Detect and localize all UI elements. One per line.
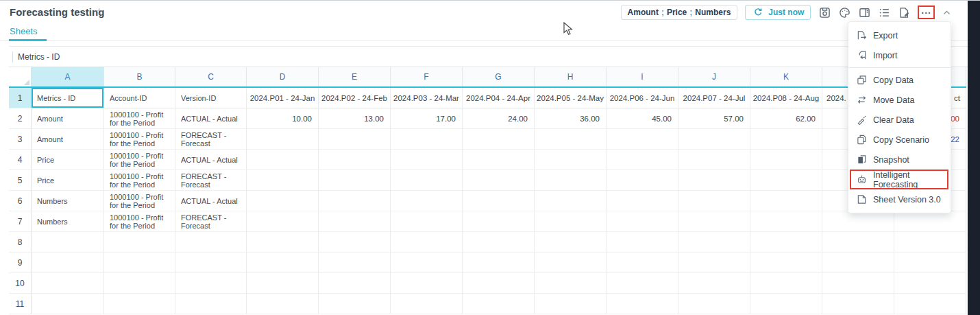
cell[interactable] bbox=[104, 232, 175, 253]
cell[interactable] bbox=[32, 253, 104, 273]
cell[interactable] bbox=[535, 253, 607, 273]
cell[interactable] bbox=[750, 191, 822, 211]
cell[interactable] bbox=[463, 129, 535, 150]
menu-item-import[interactable]: Import bbox=[848, 45, 951, 65]
cell[interactable] bbox=[535, 294, 607, 314]
cell[interactable] bbox=[463, 170, 535, 191]
row-number-6[interactable]: 6 bbox=[9, 191, 32, 211]
row-number-10[interactable]: 10 bbox=[9, 273, 32, 294]
cell[interactable] bbox=[750, 232, 822, 253]
cell[interactable] bbox=[391, 211, 463, 232]
cell[interactable] bbox=[894, 232, 966, 253]
cell[interactable] bbox=[822, 211, 894, 232]
refresh-button[interactable]: Just now bbox=[745, 5, 811, 20]
cell[interactable] bbox=[678, 273, 750, 294]
menu-item-sheet-version[interactable]: Sheet Version 3.0 bbox=[848, 189, 951, 209]
menu-item-snapshot[interactable]: Snapshot bbox=[848, 150, 951, 170]
cell[interactable] bbox=[247, 129, 319, 150]
row-number-4[interactable]: 4 bbox=[9, 150, 32, 170]
cell[interactable]: 62.00 bbox=[750, 108, 822, 129]
tab-sheets[interactable]: Sheets bbox=[10, 26, 37, 40]
more-options-button[interactable]: ... bbox=[918, 5, 935, 19]
cell[interactable] bbox=[750, 253, 822, 273]
cell[interactable] bbox=[247, 273, 319, 294]
header-cell[interactable]: 2024.P07 - 24-Jul bbox=[678, 88, 750, 108]
cell[interactable]: 10.00 bbox=[247, 108, 319, 129]
row-number-3[interactable]: 3 bbox=[9, 129, 32, 150]
cell[interactable] bbox=[678, 211, 750, 232]
cell[interactable] bbox=[535, 232, 607, 253]
file-edit-icon[interactable] bbox=[898, 6, 910, 19]
cell[interactable] bbox=[319, 294, 391, 314]
cell[interactable] bbox=[463, 232, 535, 253]
cell[interactable] bbox=[319, 232, 391, 253]
cell[interactable] bbox=[391, 170, 463, 191]
cell[interactable] bbox=[175, 294, 247, 314]
cell[interactable] bbox=[104, 294, 175, 314]
formula-bar[interactable]: Metrics - ID bbox=[9, 46, 968, 67]
menu-item-copy-data[interactable]: Copy Data bbox=[848, 70, 951, 90]
cell[interactable] bbox=[678, 294, 750, 314]
column-letter-C[interactable]: C bbox=[175, 67, 247, 86]
cell[interactable] bbox=[391, 232, 463, 253]
cell[interactable] bbox=[463, 253, 535, 273]
menu-item-export[interactable]: Export bbox=[848, 25, 951, 45]
menu-item-clear-data[interactable]: Clear Data bbox=[848, 110, 951, 130]
cell[interactable] bbox=[678, 129, 750, 150]
header-cell[interactable]: Account-ID bbox=[104, 88, 175, 108]
cell[interactable] bbox=[463, 211, 535, 232]
column-letter-H[interactable]: H bbox=[535, 67, 607, 86]
cell[interactable] bbox=[750, 273, 822, 294]
cell[interactable] bbox=[535, 129, 607, 150]
cell[interactable] bbox=[391, 273, 463, 294]
metrics-pill[interactable]: Amount; Price; Numbers bbox=[621, 5, 738, 20]
cell[interactable]: 57.00 bbox=[678, 108, 750, 129]
panel-icon[interactable] bbox=[858, 6, 870, 19]
cell[interactable]: 45.00 bbox=[607, 108, 678, 129]
cell[interactable] bbox=[463, 273, 535, 294]
cell[interactable] bbox=[750, 150, 822, 170]
cell[interactable]: ACTUAL - Actual bbox=[175, 191, 247, 211]
column-letter-J[interactable]: J bbox=[678, 67, 750, 86]
cell[interactable] bbox=[319, 253, 391, 273]
cell[interactable] bbox=[319, 211, 391, 232]
row-number-1[interactable]: 1 bbox=[9, 88, 32, 108]
chevron-up-icon[interactable] bbox=[942, 8, 951, 17]
cell[interactable] bbox=[678, 150, 750, 170]
cell[interactable] bbox=[175, 232, 247, 253]
header-cell[interactable]: 2024.P05 - 24-May bbox=[535, 88, 607, 108]
column-letter-D[interactable]: D bbox=[247, 67, 319, 86]
header-cell[interactable]: 2024.P01 - 24-Jan bbox=[247, 88, 319, 108]
cell[interactable] bbox=[750, 129, 822, 150]
cell[interactable] bbox=[391, 253, 463, 273]
cell[interactable] bbox=[607, 211, 678, 232]
cell[interactable] bbox=[535, 273, 607, 294]
column-letter-A[interactable]: A bbox=[32, 67, 104, 86]
cell[interactable] bbox=[32, 273, 104, 294]
menu-item-intelligent-forecasting[interactable]: Intelligent Forecasting bbox=[848, 170, 951, 189]
header-cell[interactable]: 2024.P03 - 24-Mar bbox=[391, 88, 463, 108]
column-letter-B[interactable]: B bbox=[104, 67, 175, 86]
row-number-11[interactable]: 11 bbox=[9, 294, 32, 314]
cell[interactable] bbox=[822, 232, 894, 253]
header-cell[interactable]: 2024.P06 - 24-Jun bbox=[607, 88, 678, 108]
cell[interactable] bbox=[535, 150, 607, 170]
cell[interactable] bbox=[822, 253, 894, 273]
cell[interactable]: Amount bbox=[32, 108, 104, 129]
cell[interactable] bbox=[894, 253, 966, 273]
column-letter-I[interactable]: I bbox=[607, 67, 678, 86]
cell[interactable] bbox=[607, 232, 678, 253]
cell[interactable] bbox=[32, 294, 104, 314]
cell[interactable] bbox=[319, 129, 391, 150]
cell[interactable] bbox=[463, 294, 535, 314]
row-number-9[interactable]: 9 bbox=[9, 253, 32, 273]
cell[interactable] bbox=[391, 294, 463, 314]
cell[interactable]: ACTUAL - Actual bbox=[175, 150, 247, 170]
cell[interactable]: 24.00 bbox=[463, 108, 535, 129]
cell[interactable]: Numbers bbox=[32, 191, 104, 211]
star-icon[interactable]: ☆ bbox=[95, 5, 103, 18]
header-cell[interactable]: 2024.P02 - 24-Feb bbox=[319, 88, 391, 108]
cell[interactable]: 1000100 - Profit for the Period bbox=[104, 150, 175, 170]
cell[interactable] bbox=[678, 232, 750, 253]
cell[interactable] bbox=[607, 150, 678, 170]
